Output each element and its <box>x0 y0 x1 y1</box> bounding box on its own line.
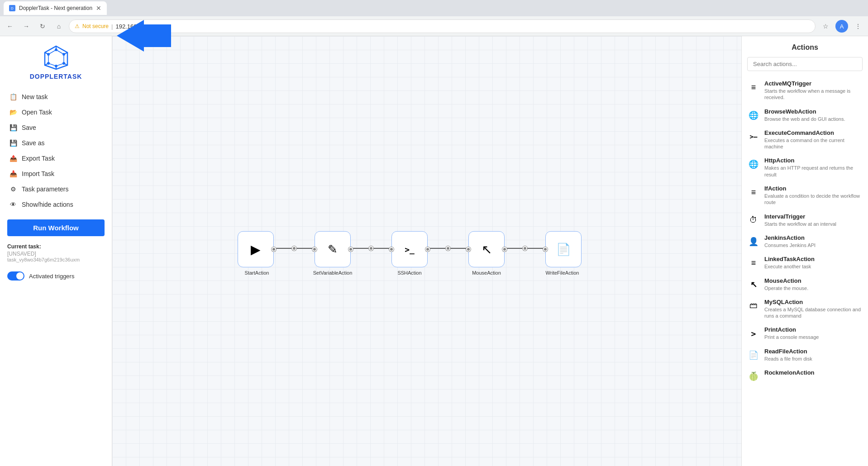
connector-dot-1 <box>292 246 296 251</box>
action-icon-intervaltrigger: ⏱ <box>747 214 760 227</box>
search-actions-input[interactable] <box>747 57 863 71</box>
action-item-mouseaction[interactable]: ↖ MouseAction Operate the mouse. <box>747 274 863 295</box>
reload-button[interactable]: ↻ <box>36 20 49 33</box>
action-item-readfileaction[interactable]: 📄 ReadFileAction Reads a file from disk <box>747 344 863 366</box>
node-setvariableaction[interactable]: ✎ SetVariableAction <box>312 231 353 276</box>
action-icon-jenkinsaction: 👤 <box>747 235 760 248</box>
open-task-label: Open Task <box>22 109 52 116</box>
action-item-jenkinsaction[interactable]: 👤 JenkinsAction Consumes Jenkins API <box>747 231 863 252</box>
node-input-dot-writefile <box>543 247 548 252</box>
action-item-mysqlaction[interactable]: 🗃 MySQLAction Creates a MySQL database c… <box>747 295 863 323</box>
svg-marker-2 <box>48 50 64 66</box>
sidebar-item-save-as[interactable]: 💾 Save as <box>0 135 112 151</box>
action-name-mysqlaction: MySQLAction <box>764 299 863 305</box>
bookmark-button[interactable]: ☆ <box>819 20 832 33</box>
sidebar-item-new-task[interactable]: 📋 New task <box>0 89 112 105</box>
tab-close-button[interactable]: ✕ <box>96 5 101 12</box>
action-icon-mouseaction: ↖ <box>747 278 760 291</box>
url-bar[interactable]: ⚠ Not secure | 192.168.1.135:3779 <box>69 19 816 33</box>
node-box-sshaction[interactable]: >_ <box>391 231 428 267</box>
menu-button[interactable]: ⋮ <box>852 20 864 33</box>
action-item-rockmelonaction[interactable]: 🍈 RockmelonAction <box>747 366 863 386</box>
back-button[interactable]: ← <box>4 20 16 33</box>
action-name-linkedtaskaction: LinkedTaskAction <box>764 256 863 262</box>
current-task-area: Current task: [UNSAVED] task_vy8wo34b7g6… <box>0 236 112 266</box>
show-hide-icon: 👁 <box>9 200 17 209</box>
current-task-status: [UNSAVED] <box>7 251 105 257</box>
node-box-setvariableaction[interactable]: ✎ <box>315 231 351 267</box>
node-output-dot-startaction <box>272 247 276 252</box>
action-icon-rockmelonaction: 🍈 <box>747 370 760 383</box>
sidebar-item-save[interactable]: 💾 Save <box>0 120 112 135</box>
app-container: DOPPLERTASK 📋 New task 📂 Open Task 💾 Sav… <box>0 36 868 466</box>
activated-triggers-label: Activated triggers <box>29 273 74 280</box>
action-name-intervaltrigger: IntervalTrigger <box>764 213 863 220</box>
node-mouseaction[interactable]: ↖ MouseAction <box>466 231 507 276</box>
home-button[interactable]: ⌂ <box>52 20 65 33</box>
profile-button[interactable]: A <box>835 20 848 33</box>
connector-dot-2 <box>369 246 373 251</box>
action-item-printaction[interactable]: > PrintAction Print a console message <box>747 323 863 344</box>
node-sshaction[interactable]: >_ SSHAction <box>389 231 430 276</box>
node-label-sshaction: SSHAction <box>397 270 421 276</box>
import-task-label: Import Task <box>22 170 54 177</box>
task-parameters-label: Task parameters <box>22 185 68 193</box>
sidebar-item-task-parameters[interactable]: ⚙ Task parameters <box>0 181 112 197</box>
export-task-label: Export Task <box>22 155 55 162</box>
node-box-startaction[interactable]: ▶ <box>238 231 274 267</box>
toggle-knob <box>16 272 24 280</box>
url-text: 192.168.1.135:3779 <box>115 23 168 30</box>
action-name-mouseaction: MouseAction <box>764 277 863 284</box>
action-name-ifaction: IfAction <box>764 185 863 192</box>
action-desc-readfileaction: Reads a file from disk <box>764 356 863 362</box>
address-bar: ← → ↻ ⌂ ⚠ Not secure | 192.168.1.135:377… <box>0 16 868 36</box>
url-prefix: Not secure <box>82 23 109 29</box>
node-input-dot-mouse <box>466 247 471 252</box>
action-desc-intervaltrigger: Starts the workflow at an interval <box>764 221 863 227</box>
action-name-rockmelonaction: RockmelonAction <box>764 369 863 376</box>
task-parameters-icon: ⚙ <box>9 185 17 193</box>
node-startaction[interactable]: ▶ StartAction <box>238 231 276 276</box>
action-icon-mysqlaction: 🗃 <box>747 300 760 312</box>
action-icon-readfileaction: 📄 <box>747 349 760 361</box>
node-writefileaction[interactable]: 📄 WriteFileAction <box>543 231 582 276</box>
action-name-executecommandaction: ExecuteCommandAction <box>764 129 863 136</box>
action-name-browsewebaction: BrowseWebAction <box>764 108 863 115</box>
action-item-activemqtrigger[interactable]: ≡ ActiveMQTrigger Starts the workflow wh… <box>747 76 863 105</box>
activated-triggers-toggle[interactable] <box>7 271 24 281</box>
sidebar-item-import-task[interactable]: 📥 Import Task <box>0 166 112 181</box>
current-task-heading: Current task: <box>7 243 105 250</box>
node-output-dot-ssh <box>425 247 430 252</box>
action-item-httpaction[interactable]: 🌐 HttpAction Makes an HTTP request and r… <box>747 153 863 181</box>
browser-tab[interactable]: D DopplerTask - Next generation ✕ <box>4 1 107 15</box>
action-desc-activemqtrigger: Starts the workflow when a message is re… <box>764 88 863 101</box>
sidebar-item-export-task[interactable]: 📤 Export Task <box>0 151 112 166</box>
action-icon-browsewebaction: 🌐 <box>747 109 760 122</box>
action-item-ifaction[interactable]: ≡ IfAction Evaluate a condition to decid… <box>747 181 863 209</box>
url-separator: | <box>111 23 113 30</box>
action-name-httpaction: HttpAction <box>764 157 863 164</box>
sidebar-item-open-task[interactable]: 📂 Open Task <box>0 105 112 120</box>
action-desc-mysqlaction: Creates a MySQL database connection and … <box>764 306 863 319</box>
action-icon-activemqtrigger: ≡ <box>747 81 760 94</box>
browser-chrome: D DopplerTask - Next generation ✕ ← → ↻ … <box>0 0 868 36</box>
action-item-intervaltrigger[interactable]: ⏱ IntervalTrigger Starts the workflow at… <box>747 209 863 231</box>
sidebar-item-show-hide-actions[interactable]: 👁 Show/hide actions <box>0 197 112 212</box>
run-workflow-button[interactable]: Run Workflow <box>7 219 105 236</box>
action-name-activemqtrigger: ActiveMQTrigger <box>764 80 863 87</box>
node-label-mouseaction: MouseAction <box>472 270 501 276</box>
node-label-writefileaction: WriteFileAction <box>546 270 579 276</box>
action-item-browsewebaction[interactable]: 🌐 BrowseWebAction Browse the web and do … <box>747 105 863 126</box>
node-box-mouseaction[interactable]: ↖ <box>468 231 505 267</box>
forward-button[interactable]: → <box>20 20 33 33</box>
activated-triggers-area: Activated triggers <box>0 266 112 281</box>
logo-area: DOPPLERTASK <box>0 36 112 87</box>
action-name-jenkinsaction: JenkinsAction <box>764 234 863 241</box>
action-icon-linkedtaskaction: ≡ <box>747 257 760 269</box>
action-item-linkedtaskaction[interactable]: ≡ LinkedTaskAction Execute another task <box>747 252 863 273</box>
node-box-writefileaction[interactable]: 📄 <box>545 231 582 267</box>
actions-list: ≡ ActiveMQTrigger Starts the workflow wh… <box>742 76 868 461</box>
canvas-area[interactable]: ▶ StartAction ✎ SetVariableAction <box>112 36 741 466</box>
node-output-dot-mouse <box>502 247 507 252</box>
action-item-executecommandaction[interactable]: >— ExecuteCommandAction Executes a comma… <box>747 126 863 154</box>
